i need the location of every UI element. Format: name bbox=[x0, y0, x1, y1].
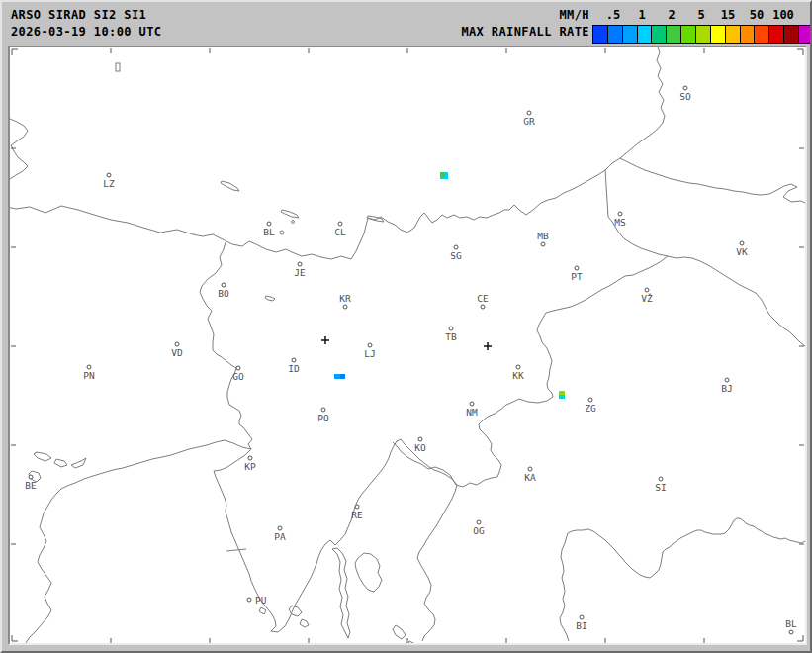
lim-channel bbox=[226, 549, 246, 551]
station-kp: KP bbox=[244, 456, 256, 472]
scale-label-100: 100 bbox=[767, 8, 800, 22]
station-circle-icon bbox=[575, 266, 579, 270]
station-circle-icon bbox=[418, 437, 422, 441]
station-mb: MB bbox=[537, 231, 549, 246]
station-markers-layer: SOGRLZMSBLCLMBVKSGJEPTBOVŽKRCETBLJVDIDPN… bbox=[25, 86, 797, 634]
station-circle-icon bbox=[740, 241, 744, 245]
station-label: PT bbox=[571, 271, 583, 282]
frame-corner-mark bbox=[12, 49, 18, 55]
station-circle-icon bbox=[321, 408, 325, 412]
station-label: SI bbox=[655, 482, 666, 493]
frame-corner-mark bbox=[797, 49, 803, 55]
station-label: BO bbox=[218, 288, 229, 299]
station-circle-icon bbox=[248, 456, 252, 460]
station-si: SI bbox=[655, 477, 666, 493]
color-scale-cell-6 bbox=[680, 25, 696, 44]
station-vž: VŽ bbox=[641, 288, 653, 304]
station-so: SO bbox=[679, 86, 691, 102]
station-circle-icon bbox=[175, 342, 179, 346]
lake bbox=[292, 221, 295, 224]
station-label: JE bbox=[294, 267, 306, 278]
station-circle-icon bbox=[618, 212, 622, 216]
station-bj: BJ bbox=[721, 378, 732, 394]
station-label: OG bbox=[473, 525, 485, 536]
color-scale-cell-8 bbox=[710, 25, 726, 44]
station-label: RE bbox=[351, 510, 363, 520]
map-borders bbox=[10, 47, 805, 643]
island-krk bbox=[355, 553, 382, 592]
lagoon-island bbox=[71, 458, 86, 468]
station-label: ZG bbox=[585, 403, 596, 414]
rain-cell bbox=[440, 177, 445, 179]
radar-app-window: ARSO SIRAD SI2 SI1 2026-03-19 10:00 UTC … bbox=[0, 0, 812, 653]
rain-cell bbox=[334, 374, 340, 379]
station-circle-icon bbox=[29, 475, 33, 479]
lake bbox=[265, 296, 275, 301]
station-sg: SG bbox=[450, 245, 462, 261]
border-croatia-east-line bbox=[393, 256, 668, 487]
legend-title: MAX RAINFALL RATE bbox=[2, 25, 589, 39]
station-label: LZ bbox=[103, 178, 115, 189]
station-circle-icon bbox=[477, 520, 481, 524]
color-scale-cell-9 bbox=[725, 25, 741, 44]
station-circle-icon bbox=[528, 467, 532, 471]
lake bbox=[221, 181, 239, 191]
island bbox=[300, 619, 309, 627]
border-southeast-line bbox=[605, 170, 805, 346]
station-tb: TB bbox=[445, 326, 457, 342]
island bbox=[259, 607, 266, 614]
border-hungary-north-line bbox=[612, 47, 665, 163]
rain-cell bbox=[340, 374, 345, 379]
station-bl: BL bbox=[785, 618, 797, 634]
island-cres bbox=[332, 548, 350, 638]
station-circle-icon bbox=[343, 305, 347, 309]
radar-site-cross bbox=[321, 336, 329, 344]
frame-corner-mark bbox=[797, 635, 803, 641]
color-scale-cell-3 bbox=[637, 25, 653, 44]
station-label: CE bbox=[477, 293, 489, 304]
station-circle-icon bbox=[516, 365, 520, 369]
station-circle-icon bbox=[292, 358, 296, 362]
station-ce: CE bbox=[477, 293, 489, 309]
station-label: KO bbox=[414, 442, 426, 453]
station-label: LJ bbox=[364, 348, 375, 359]
station-label: VK bbox=[736, 246, 748, 257]
station-go: GO bbox=[232, 366, 244, 382]
station-id: ID bbox=[288, 358, 300, 374]
station-label: PN bbox=[83, 370, 95, 381]
station-ms: MS bbox=[614, 212, 626, 228]
legend-units-label: MM/H bbox=[2, 8, 589, 22]
station-circle-icon bbox=[338, 222, 342, 226]
station-circle-icon bbox=[267, 222, 271, 226]
station-label: BL bbox=[263, 227, 275, 237]
lake bbox=[281, 210, 299, 218]
station-circle-icon bbox=[87, 365, 91, 369]
station-po: PO bbox=[317, 408, 329, 423]
rainfall-color-scale bbox=[592, 25, 812, 44]
color-scale-cell-13 bbox=[783, 25, 799, 44]
color-scale-cell-1 bbox=[607, 25, 623, 44]
radar-site-cross bbox=[484, 342, 492, 350]
station-label: MS bbox=[614, 217, 626, 228]
station-label: MB bbox=[537, 231, 549, 241]
station-circle-icon bbox=[683, 86, 687, 90]
station-label: NM bbox=[466, 407, 478, 418]
station-circle-icon bbox=[659, 477, 663, 481]
station-pu: PU bbox=[247, 595, 267, 606]
scale-label-1: 1 bbox=[625, 8, 659, 22]
station-circle-icon bbox=[580, 615, 584, 619]
station-label: CL bbox=[334, 227, 346, 237]
station-label: SG bbox=[450, 250, 462, 261]
color-scale-cell-11 bbox=[754, 25, 769, 44]
rain-cells-layer bbox=[334, 172, 565, 399]
radar-map: SOGRLZMSBLCLMBVKSGJEPTBOVŽKRCETBLJVDIDPN… bbox=[10, 47, 805, 643]
color-scale-cell-14 bbox=[798, 25, 812, 44]
station-kr: KR bbox=[339, 293, 351, 309]
color-scale-cell-7 bbox=[695, 25, 711, 44]
station-label: BI bbox=[576, 620, 586, 631]
border-italy-line bbox=[200, 242, 252, 449]
station-circle-icon bbox=[278, 526, 282, 530]
color-scale-cell-2 bbox=[622, 25, 638, 44]
station-ka: KA bbox=[524, 467, 536, 483]
station-circle-icon bbox=[481, 305, 485, 309]
